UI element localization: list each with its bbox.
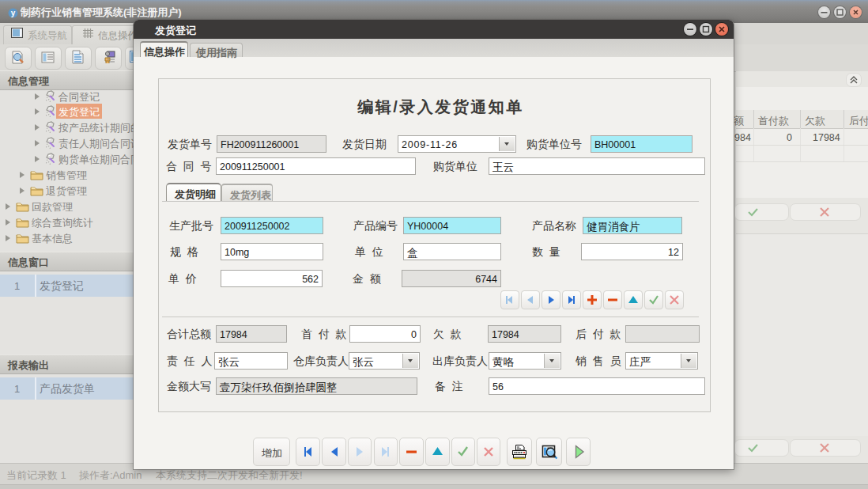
svg-text:y: y [11,9,16,17]
